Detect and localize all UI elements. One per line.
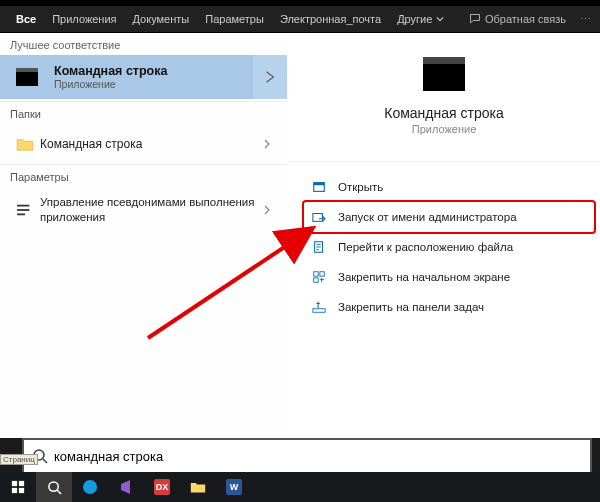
- best-match-subtitle: Приложение: [54, 78, 253, 90]
- best-match-title: Командная строка: [54, 64, 253, 78]
- taskbar-app-edge[interactable]: [72, 472, 108, 502]
- svg-point-16: [48, 481, 57, 490]
- search-bar: [22, 438, 592, 472]
- svg-rect-0: [17, 205, 29, 207]
- tab-email[interactable]: Электронная_почта: [272, 3, 389, 35]
- action-label: Закрепить на панели задач: [338, 301, 484, 313]
- results-panel: Лучшее соответствие Командная строка При…: [0, 33, 288, 438]
- chevron-down-icon: [436, 15, 444, 23]
- folder-label: Командная строка: [40, 137, 257, 151]
- action-open-file-location[interactable]: Перейти к расположению файла: [304, 232, 594, 262]
- svg-point-17: [83, 480, 97, 494]
- svg-rect-12: [12, 481, 17, 486]
- tab-more[interactable]: Другие: [389, 3, 452, 35]
- action-label: Закрепить на начальном экране: [338, 271, 510, 283]
- expand-arrow[interactable]: [253, 55, 287, 99]
- taskbar-app-vs[interactable]: [108, 472, 144, 502]
- folder-icon: [10, 137, 40, 151]
- svg-rect-7: [314, 272, 318, 276]
- taskbar: DX W: [0, 472, 600, 502]
- admin-icon: [310, 210, 328, 224]
- more-icon[interactable]: ⋯: [578, 13, 592, 26]
- action-pin-taskbar[interactable]: Закрепить на панели задач: [304, 292, 594, 322]
- preview-title: Командная строка: [384, 105, 503, 121]
- tab-settings[interactable]: Параметры: [197, 3, 272, 35]
- svg-rect-15: [19, 488, 24, 493]
- pin-start-icon: [310, 270, 328, 284]
- svg-rect-9: [314, 278, 318, 282]
- svg-rect-5: [313, 214, 323, 222]
- tab-all[interactable]: Все: [8, 3, 44, 35]
- action-label: Перейти к расположению файла: [338, 241, 513, 253]
- app-thumbnail: [423, 57, 465, 91]
- chevron-right-icon: [257, 205, 277, 215]
- taskbar-app-dx[interactable]: DX: [144, 472, 180, 502]
- pin-taskbar-icon: [310, 300, 328, 314]
- svg-rect-10: [313, 309, 325, 313]
- tab-documents[interactable]: Документы: [125, 3, 198, 35]
- file-location-icon: [310, 240, 328, 254]
- svg-rect-14: [12, 488, 17, 493]
- action-list: Открыть Запуск от имени администратора П…: [288, 161, 600, 322]
- settings-label: Управление псевдонимами выполнения прило…: [40, 195, 257, 225]
- open-icon: [310, 180, 328, 194]
- folders-header: Папки: [0, 101, 287, 124]
- action-pin-start[interactable]: Закрепить на начальном экране: [304, 262, 594, 292]
- taskbar-app-explorer[interactable]: [180, 472, 216, 502]
- cmd-icon: [0, 68, 54, 86]
- search-filter-tabs: Все Приложения Документы Параметры Элект…: [0, 0, 600, 32]
- taskbar-app-word[interactable]: W: [216, 472, 252, 502]
- settings-result-item[interactable]: Управление псевдонимами выполнения прило…: [0, 187, 287, 233]
- svg-rect-2: [17, 214, 25, 216]
- feedback-link[interactable]: Обратная связь ⋯: [469, 13, 592, 26]
- action-label: Открыть: [338, 181, 383, 193]
- settings-header: Параметры: [0, 164, 287, 187]
- action-run-as-admin[interactable]: Запуск от имени администратора: [304, 202, 594, 232]
- best-match-item[interactable]: Командная строка Приложение: [0, 55, 287, 99]
- preview-panel: Командная строка Приложение Открыть Запу…: [288, 33, 600, 438]
- page-indicator: Страниц: [0, 454, 38, 465]
- feedback-icon: [469, 13, 481, 25]
- search-input[interactable]: [54, 449, 590, 464]
- start-button[interactable]: [0, 472, 36, 502]
- tab-apps[interactable]: Приложения: [44, 3, 124, 35]
- best-match-header: Лучшее соответствие: [0, 33, 287, 55]
- svg-rect-1: [17, 209, 29, 211]
- svg-rect-4: [314, 183, 325, 186]
- preview-subtitle: Приложение: [412, 123, 477, 135]
- svg-rect-13: [19, 481, 24, 486]
- action-label: Запуск от имени администратора: [338, 211, 517, 223]
- svg-rect-8: [320, 272, 324, 276]
- search-taskbar-button[interactable]: [36, 472, 72, 502]
- chevron-right-icon: [257, 139, 277, 149]
- alias-icon: [10, 203, 40, 217]
- action-open[interactable]: Открыть: [304, 172, 594, 202]
- folder-result-item[interactable]: Командная строка: [0, 124, 287, 164]
